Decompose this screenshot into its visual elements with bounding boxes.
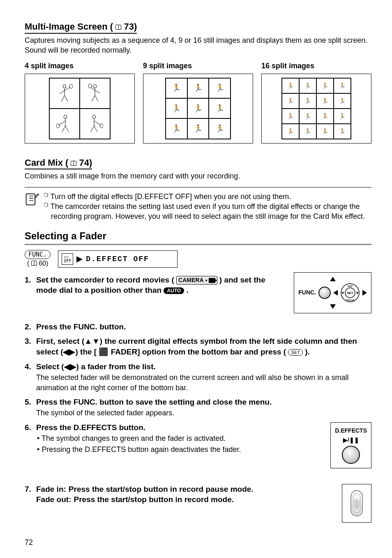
note-item: ❍ Turn off the digital effects [D.EFFECT… [44, 192, 371, 201]
fade-in-row: Fade in: Press the start/stop button in … [36, 484, 334, 495]
split-4-label: 4 split images [25, 61, 135, 71]
tennis-figure-icon: 🏃 [287, 129, 294, 134]
svg-point-7 [93, 85, 97, 88]
left-arrow-icon [333, 290, 338, 296]
grid-cell: 🏃 [282, 124, 299, 139]
func-joystick-diagram: FUNC. SET EXP FOCUS [294, 272, 371, 313]
svg-line-2 [61, 95, 65, 102]
steps-list: FUNC. SET EXP FOCUS Set th [25, 275, 371, 523]
tennis-figure-icon [87, 83, 103, 104]
grid-cell: 🏃 [316, 109, 334, 124]
tennis-figure-icon: 🏃 [172, 125, 181, 132]
tennis-figure-icon: 🏃 [287, 113, 294, 119]
set-button-icon: SET [288, 349, 302, 356]
step-3-text-b: ). [305, 347, 310, 356]
grid-4 [49, 78, 111, 139]
grid-16: 🏃 🏃 🏃 🏃 🏃 🏃 🏃 🏃 🏃 🏃 🏃 🏃 🏃 🏃 🏃 🏃 [281, 78, 351, 139]
svg-point-0 [63, 85, 66, 88]
tennis-figure-icon: 🏃 [215, 84, 224, 92]
svg-rect-26 [26, 194, 35, 205]
step-4: Select (◀▶) a fader from the list. The s… [25, 361, 371, 393]
tennis-figure-icon [56, 83, 73, 104]
effect-off-text: D.EFFECT OFF [86, 254, 174, 264]
tennis-figure-icon: 🏃 [215, 125, 224, 132]
tennis-figure-icon: 🏃 [339, 129, 346, 134]
start-stop-diagram [342, 484, 371, 523]
split-row: 4 split images 9 split images 🏃 🏃 🏃 🏃 [25, 61, 371, 143]
tennis-figure-icon: 🏃 [339, 83, 346, 88]
note-1: Turn off the digital effects [D.EFFECT O… [51, 192, 291, 201]
tennis-figure-icon: 🏃 [172, 105, 181, 112]
grid-cell: 🏃 [282, 78, 299, 93]
func-button-icon [318, 287, 331, 299]
fade-out-row: Fade out: Press the start/stop button in… [36, 494, 334, 505]
step-3: First, select (▲▼) the current digital e… [25, 336, 371, 357]
multi-image-heading: Multi-Image Screen ( 73) [25, 21, 137, 34]
grid-cell: 🏃 [316, 124, 334, 139]
step-7: Fade in: Press the start/stop button in … [25, 484, 371, 523]
tennis-figure-icon: 🏃 [322, 98, 328, 104]
camera-mode-icon: CAMERA [176, 276, 217, 285]
grid-cell: 🏃 [299, 78, 316, 93]
diagram-func-label: FUNC. [298, 289, 316, 296]
tennis-figure-icon: 🏃 [194, 105, 203, 112]
func-page-ref: ( 60) [27, 260, 48, 267]
func-button-label: FUNC. [25, 250, 51, 259]
grid-cell [80, 109, 110, 139]
section-fader: Selecting a Fader FUNC. ( 60) ▫▫OFF ▶ D.… [25, 229, 371, 522]
grid-cell: 🏃 [316, 78, 334, 93]
split-16-label: 16 split images [261, 61, 371, 71]
func-reference: FUNC. ( 60) [25, 250, 51, 268]
tennis-figure-icon: 🏃 [322, 83, 328, 88]
book-icon [115, 25, 121, 30]
svg-line-18 [59, 121, 65, 125]
arrow-right-icon: ▶ [76, 253, 83, 264]
grid-cell: 🏃 [187, 118, 209, 139]
effect-off-small-icon: ▫▫OFF [62, 253, 73, 265]
section-card-mix: Card Mix ( 74) Combines a still image fr… [25, 153, 371, 222]
tennis-figure-icon: 🏃 [304, 129, 311, 134]
func-ref-num: 60) [39, 260, 48, 267]
auto-mode-icon: AUTO [164, 287, 184, 294]
tennis-figure-icon: 🏃 [304, 83, 311, 88]
grid-cell: 🏃 [209, 78, 231, 98]
note-2: The camcorder retains the setting last u… [51, 202, 365, 220]
svg-line-22 [91, 126, 94, 132]
fade-out-text: Press the start/stop button in record mo… [74, 494, 234, 505]
fade-out-label: Fade out: [36, 494, 71, 505]
up-arrow-icon [330, 277, 336, 281]
grid-cell: 🏃 [209, 98, 231, 118]
svg-point-6 [69, 84, 73, 88]
tennis-figure-icon: 🏃 [339, 98, 346, 104]
tennis-figure-icon: 🏃 [304, 113, 311, 119]
heading-text: Card Mix ( [25, 157, 68, 168]
grid-cell: 🏃 [209, 118, 231, 139]
heading-text: Multi-Image Screen ( [25, 21, 113, 32]
step-4-text: Select (◀▶) a fader from the list. [36, 362, 156, 371]
step-1-text-c: . [186, 286, 188, 294]
grid-cell: 🏃 [282, 93, 299, 109]
split-4-col: 4 split images [25, 61, 135, 143]
step-6-text: Press the D.EFFECTS button. [36, 423, 145, 432]
grid-cell: 🏃 [334, 78, 351, 93]
deffects-label: D.EFFECTS [335, 427, 367, 435]
exp-label: EXP [348, 285, 353, 287]
right-arrow-icon [362, 290, 367, 296]
step-5-text: Press the FUNC. button to save the setti… [36, 398, 272, 406]
split-16-box: 🏃 🏃 🏃 🏃 🏃 🏃 🏃 🏃 🏃 🏃 🏃 🏃 🏃 🏃 🏃 🏃 [261, 74, 371, 144]
effect-box: ▫▫OFF ▶ D.EFFECT OFF [58, 250, 178, 268]
svg-point-19 [56, 124, 60, 128]
svg-line-24 [94, 121, 101, 125]
multi-image-body: Captures moving subjects as a sequence o… [25, 35, 371, 56]
func-row: FUNC. ( 60) ▫▫OFF ▶ D.EFFECT OFF [25, 250, 371, 268]
grid-cell: 🏃 [299, 93, 316, 109]
split-9-label: 9 split images [143, 61, 253, 71]
step-6-bullet-2: • Pressing the D.EFFECTS button again de… [36, 445, 371, 454]
split-9-col: 9 split images 🏃 🏃 🏃 🏃 🏃 🏃 🏃 🏃 🏃 [143, 61, 253, 143]
fade-in-label: Fade in: [36, 484, 66, 495]
card-mix-heading: Card Mix ( 74) [25, 157, 92, 170]
svg-line-4 [60, 90, 65, 94]
svg-point-25 [100, 124, 103, 128]
split-16-col: 16 split images 🏃 🏃 🏃 🏃 🏃 🏃 🏃 🏃 🏃 🏃 🏃 🏃 … [261, 61, 371, 143]
deffects-button-diagram: D.EFFECTS ▶/❚❚ [330, 422, 371, 468]
